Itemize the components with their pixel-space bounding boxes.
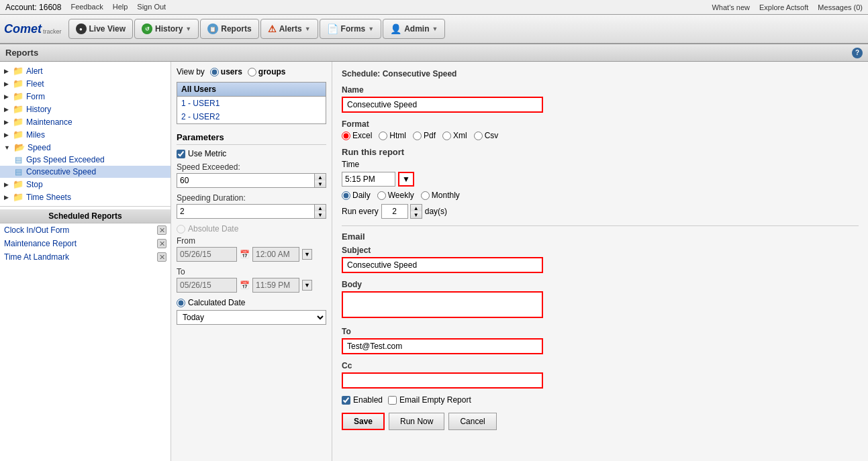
spin-down[interactable]: ▼ bbox=[411, 211, 422, 218]
sidebar-item-stop[interactable]: ▶ 📁 Stop bbox=[0, 178, 171, 191]
email-empty-checkbox[interactable] bbox=[388, 396, 397, 405]
calendar-icon[interactable]: 📅 bbox=[240, 280, 250, 290]
to-time-dropdown[interactable]: ▼ bbox=[302, 280, 312, 291]
sidebar-item-timesheets[interactable]: ▶ 📁 Time Sheets bbox=[0, 191, 171, 203]
spin-down[interactable]: ▼ bbox=[315, 181, 326, 187]
admin-btn[interactable]: 👤 Admin ▼ bbox=[383, 19, 445, 39]
top-bar-left: Account: 16608 Feedback Help Sign Out bbox=[5, 3, 166, 12]
sidebar-item-miles[interactable]: ▶ 📁 Miles bbox=[0, 128, 171, 141]
format-excel[interactable]: Excel bbox=[342, 131, 372, 140]
viewby-users-option[interactable]: users bbox=[210, 67, 242, 76]
live-view-btn[interactable]: ● Live View bbox=[68, 19, 133, 39]
viewby-groups-radio[interactable] bbox=[248, 68, 256, 76]
save-button[interactable]: Save bbox=[342, 413, 385, 430]
user-item-1[interactable]: 1 - USER1 bbox=[177, 97, 326, 110]
freq-weekly-radio[interactable] bbox=[377, 191, 386, 200]
spin-up[interactable]: ▲ bbox=[315, 205, 326, 211]
scheduled-item-clock[interactable]: Clock In/Out Form ✕ bbox=[0, 223, 171, 237]
sidebar-item-maintenance[interactable]: ▶ 📁 Maintenance bbox=[0, 115, 171, 128]
whats-new-link[interactable]: What's new bbox=[712, 3, 750, 11]
time-dropdown-btn[interactable]: ▼ bbox=[398, 172, 414, 187]
alerts-btn[interactable]: ⚠ Alerts ▼ bbox=[260, 19, 318, 39]
from-date-input[interactable] bbox=[177, 247, 237, 262]
spin-down[interactable]: ▼ bbox=[315, 211, 326, 218]
cc-input[interactable] bbox=[342, 372, 543, 389]
logo-sub: tracker bbox=[43, 28, 62, 35]
sidebar-item-alert[interactable]: ▶ 📁 Alert bbox=[0, 64, 171, 77]
run-every-input[interactable] bbox=[381, 204, 408, 219]
to-date-input[interactable] bbox=[177, 278, 237, 293]
explore-link[interactable]: Explore Actsoft bbox=[759, 3, 808, 11]
speed-exceeded-input-wrap: ▲ ▼ bbox=[177, 173, 326, 188]
parameters-title: Parameters bbox=[177, 132, 326, 145]
sidebar-item-history[interactable]: ▶ 📁 History bbox=[0, 103, 171, 115]
speeding-duration-input[interactable] bbox=[177, 204, 315, 219]
close-icon[interactable]: ✕ bbox=[157, 225, 166, 235]
format-html[interactable]: Html bbox=[379, 131, 406, 140]
calendar-icon[interactable]: 📅 bbox=[240, 250, 250, 259]
format-csv[interactable]: Csv bbox=[474, 131, 499, 140]
freq-daily[interactable]: Daily bbox=[342, 191, 371, 200]
format-html-radio[interactable] bbox=[379, 132, 387, 140]
freq-monthly-radio[interactable] bbox=[421, 191, 430, 200]
freq-monthly[interactable]: Monthly bbox=[421, 191, 460, 200]
reports-icon: 📋 bbox=[207, 23, 218, 34]
format-pdf[interactable]: Pdf bbox=[413, 131, 436, 140]
freq-daily-radio[interactable] bbox=[342, 191, 350, 200]
scheduled-item-maintenance[interactable]: Maintenance Report ✕ bbox=[0, 237, 171, 250]
reports-btn[interactable]: 📋 Reports bbox=[200, 19, 258, 39]
enabled-check[interactable]: Enabled bbox=[342, 395, 383, 405]
to-email-input[interactable] bbox=[342, 338, 543, 354]
format-excel-radio[interactable] bbox=[342, 132, 350, 140]
sidebar-item-fleet[interactable]: ▶ 📁 Fleet bbox=[0, 77, 171, 90]
from-time-dropdown[interactable]: ▼ bbox=[302, 249, 312, 260]
sidebar-item-consecutive-speed[interactable]: ▤ Consecutive Speed bbox=[0, 166, 171, 178]
body-group: Body bbox=[342, 280, 859, 320]
sidebar-item-speed[interactable]: ▼ 📂 Speed bbox=[0, 141, 171, 154]
sidebar-item-form[interactable]: ▶ 📁 Form bbox=[0, 90, 171, 103]
help-link[interactable]: Help bbox=[113, 3, 128, 12]
use-metric-checkbox[interactable] bbox=[177, 150, 185, 158]
email-empty-check[interactable]: Email Empty Report bbox=[388, 395, 471, 405]
help-icon[interactable]: ? bbox=[852, 48, 863, 58]
close-icon[interactable]: ✕ bbox=[157, 252, 166, 262]
viewby-label: View by bbox=[177, 67, 205, 76]
sidebar-item-gps-speed[interactable]: ▤ Gps Speed Exceeded bbox=[0, 154, 171, 166]
folder-icon: 📂 bbox=[14, 142, 25, 152]
format-xml[interactable]: Xml bbox=[442, 131, 467, 140]
format-xml-radio[interactable] bbox=[442, 132, 451, 140]
messages-link[interactable]: Messages (0) bbox=[818, 3, 863, 11]
body-textarea[interactable] bbox=[342, 291, 543, 318]
enabled-checkbox[interactable] bbox=[342, 396, 350, 405]
format-csv-radio[interactable] bbox=[474, 132, 483, 140]
nav-bar: Comet tracker ● Live View ↺ History ▼ 📋 … bbox=[0, 15, 868, 44]
signout-link[interactable]: Sign Out bbox=[137, 3, 166, 12]
calculated-date-select[interactable]: Today Yesterday This Week Last Week This… bbox=[177, 310, 326, 325]
spin-up[interactable]: ▲ bbox=[315, 174, 326, 181]
close-icon[interactable]: ✕ bbox=[157, 239, 166, 248]
viewby-groups-option[interactable]: groups bbox=[248, 67, 286, 76]
time-label: Time bbox=[342, 160, 359, 169]
history-btn[interactable]: ↺ History ▼ bbox=[134, 19, 199, 39]
content-area: ▶ 📁 Alert ▶ 📁 Fleet ▶ 📁 Form ▶ 📁 History… bbox=[0, 62, 868, 461]
viewby-users-radio[interactable] bbox=[210, 68, 219, 76]
feedback-link[interactable]: Feedback bbox=[70, 3, 103, 12]
format-pdf-radio[interactable] bbox=[413, 132, 422, 140]
subject-input[interactable] bbox=[342, 257, 543, 273]
name-input[interactable] bbox=[342, 97, 543, 113]
from-time-input[interactable] bbox=[252, 247, 299, 262]
user-item-2[interactable]: 2 - USER2 bbox=[177, 110, 326, 123]
calculated-date-radio[interactable] bbox=[177, 299, 185, 307]
absolute-date-radio[interactable] bbox=[177, 225, 185, 234]
scheduled-item-landmark[interactable]: Time At Landmark ✕ bbox=[0, 250, 171, 264]
name-group: Name bbox=[342, 85, 859, 113]
speed-exceeded-input[interactable] bbox=[177, 173, 315, 188]
time-input[interactable] bbox=[342, 172, 395, 187]
freq-weekly[interactable]: Weekly bbox=[377, 191, 414, 200]
report-icon: ▤ bbox=[15, 167, 22, 176]
spin-up[interactable]: ▲ bbox=[411, 205, 422, 211]
run-now-button[interactable]: Run Now bbox=[389, 413, 444, 430]
cancel-button[interactable]: Cancel bbox=[448, 413, 496, 430]
forms-btn[interactable]: 📄 Forms ▼ bbox=[320, 19, 382, 39]
to-time-input[interactable] bbox=[252, 278, 299, 293]
